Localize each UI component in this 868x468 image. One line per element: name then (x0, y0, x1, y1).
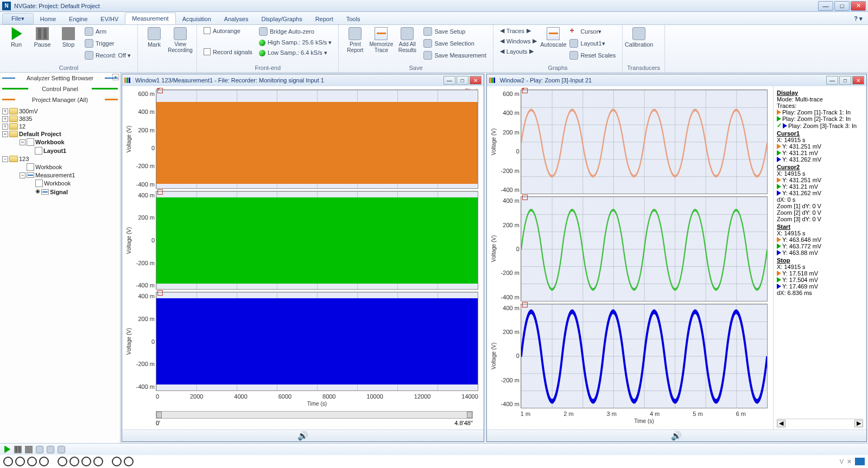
stop-icon[interactable] (25, 446, 33, 453)
bottom-toolbar (0, 443, 868, 455)
win-maximize-button[interactable]: □ (457, 76, 468, 85)
tree-node-layout1[interactable]: Layout1 (2, 146, 118, 155)
win-minimize-button[interactable]: — (443, 76, 455, 85)
arm-button[interactable]: Arm (83, 26, 133, 37)
high-samp-dropdown[interactable]: High Samp.: 25.6 kS/s ▾ (257, 38, 334, 47)
x-ticks: 02000400060008000100001200014000 (125, 393, 478, 400)
traces-button[interactable]: ◀ Traces ▶ (498, 26, 540, 35)
cursor-marker[interactable] (522, 195, 528, 200)
low-samp-dropdown[interactable]: Low Samp.: 6.4 kS/s ▾ (257, 48, 334, 57)
tool-icon[interactable] (36, 446, 43, 453)
tab-home[interactable]: Home (34, 14, 62, 24)
maximize-button[interactable]: □ (834, 1, 850, 11)
autoscale-button[interactable]: Autoscale (541, 26, 565, 49)
win-minimize-button[interactable]: — (826, 76, 838, 85)
status-v: V (840, 458, 844, 465)
tab-measurement[interactable]: Measurement (125, 12, 175, 24)
close-icon[interactable]: × (112, 74, 119, 80)
calibration-button[interactable]: Calibration (627, 26, 651, 49)
reset-scales-button[interactable]: Reset Scales (567, 50, 618, 61)
bridge-autozero-button[interactable]: Bridge Auto-zero (257, 26, 334, 37)
layout1-dropdown[interactable]: Layout1▾ (567, 38, 618, 49)
add-all-results-button[interactable]: Add All Results (395, 26, 419, 54)
trace-entry[interactable]: ✓Play: Zoom [3]-Track 3: In (777, 122, 863, 129)
folder-icon (9, 108, 18, 114)
tab-tools[interactable]: Tools (340, 14, 367, 24)
info-mode: Mode: Multi-trace (777, 96, 863, 102)
addall-icon (401, 27, 414, 40)
cursor-marker[interactable] (522, 302, 528, 307)
play-icon[interactable] (3, 446, 11, 453)
help-button[interactable]: ? ▾ (848, 13, 868, 24)
tree-node[interactable]: +300mV (2, 107, 118, 115)
tab-engine[interactable]: Engine (62, 14, 94, 24)
win-close-button[interactable]: ✕ (470, 76, 481, 85)
sidebar-header-project[interactable]: Project Manager (All) (0, 94, 120, 105)
tab-file[interactable]: File▾ (2, 13, 34, 24)
tool-icon[interactable] (47, 446, 54, 453)
plot-canvas-1[interactable] (156, 89, 478, 189)
tree-node-123[interactable]: −123 (2, 155, 118, 163)
print-report-button[interactable]: Print Report (343, 26, 367, 54)
tree-node[interactable]: +3835 (2, 115, 118, 123)
cursor-marker[interactable] (157, 290, 163, 296)
plot-canvas-2[interactable] (156, 191, 478, 290)
save-setup-button[interactable]: Save Setup (421, 26, 488, 37)
tab-acquisition[interactable]: Acquisition (176, 14, 218, 24)
cursor-dropdown[interactable]: Cursor▾ (567, 26, 618, 37)
y-ticks: 400 m200 m0-200 m-400 m (498, 304, 521, 408)
win-close-button[interactable]: ✕ (852, 76, 864, 85)
time-slider[interactable] (156, 411, 473, 419)
status-dot (69, 457, 79, 466)
layouts-button[interactable]: ◀ Layouts ▶ (498, 47, 540, 56)
cursor-marker[interactable] (157, 88, 163, 93)
plot-canvas-3[interactable] (156, 292, 478, 391)
tree-node-measurement1[interactable]: −Measurement1 (2, 171, 118, 179)
save-measurement-button[interactable]: Save Measurement (421, 50, 488, 61)
close-button[interactable]: ✕ (851, 1, 866, 11)
sidebar-header-analyzer[interactable]: Analyzer Setting Browser× (0, 73, 120, 84)
record-signals-check[interactable]: Record signals (201, 47, 255, 56)
tool-icon[interactable] (58, 446, 65, 453)
save-selection-button[interactable]: Save Selection (421, 38, 488, 49)
plot-canvas-z2[interactable] (521, 196, 768, 301)
tab-display[interactable]: Display/Graphs (255, 14, 308, 24)
record-dropdown[interactable]: Record: Off ▾ (83, 50, 133, 61)
tree-node-signal[interactable]: ✳ Signal (2, 188, 118, 196)
y-ticks: 600 m400 m200 m0-200 m-400 m (133, 89, 156, 189)
tab-report[interactable]: Report (309, 14, 340, 24)
minimize-button[interactable]: — (818, 1, 833, 11)
tree-node-workbook2[interactable]: Workbook (2, 163, 118, 171)
cursor-marker[interactable] (522, 88, 528, 93)
trigger-button[interactable]: Trigger (83, 38, 133, 49)
y-axis-label: Voltage (V) (491, 343, 497, 369)
stop-button[interactable]: Stop (56, 26, 80, 49)
windows-button[interactable]: ◀ Windows ▶ (498, 36, 540, 46)
tree-node-workbook[interactable]: −Workbook (2, 138, 118, 146)
trace-entry[interactable]: Play: Zoom [2]-Track 2: In (777, 116, 863, 122)
memorize-trace-button[interactable]: Memorize Trace (369, 26, 393, 54)
scrollbar[interactable]: ◀▶ (777, 419, 863, 427)
win-maximize-button[interactable]: □ (839, 76, 851, 85)
run-button[interactable]: Run (4, 26, 28, 49)
pause-icon[interactable] (14, 446, 22, 453)
autorange-button[interactable]: Autorange (201, 26, 255, 35)
tree-node-default-project[interactable]: −Default Project (2, 130, 118, 138)
view-recording-button[interactable]: View Recording (168, 26, 192, 54)
tree-node[interactable]: +12 (2, 123, 118, 130)
triangle-icon (783, 123, 787, 129)
tab-evhv[interactable]: EV/HV (94, 14, 125, 24)
plot-canvas-z1[interactable] (521, 89, 768, 194)
sidebar-header-control[interactable]: Control Panel (0, 84, 120, 94)
x-axis-label: Time (s) (125, 400, 478, 409)
sound-bar[interactable]: 🔊 (122, 429, 484, 441)
sound-bar[interactable]: 🔊 (487, 429, 866, 441)
mark-button[interactable]: Mark (142, 26, 166, 49)
plot-canvas-z3[interactable] (521, 304, 768, 408)
stop-header: Stop (777, 257, 863, 264)
cursor-marker[interactable] (157, 189, 163, 195)
trace-entry[interactable]: Play: Zoom [1]-Track 1: In (777, 109, 863, 116)
tree-node-workbook3[interactable]: Workbook (2, 179, 118, 188)
pause-button[interactable]: Pause (30, 26, 54, 49)
tab-analyses[interactable]: Analyses (218, 14, 255, 24)
